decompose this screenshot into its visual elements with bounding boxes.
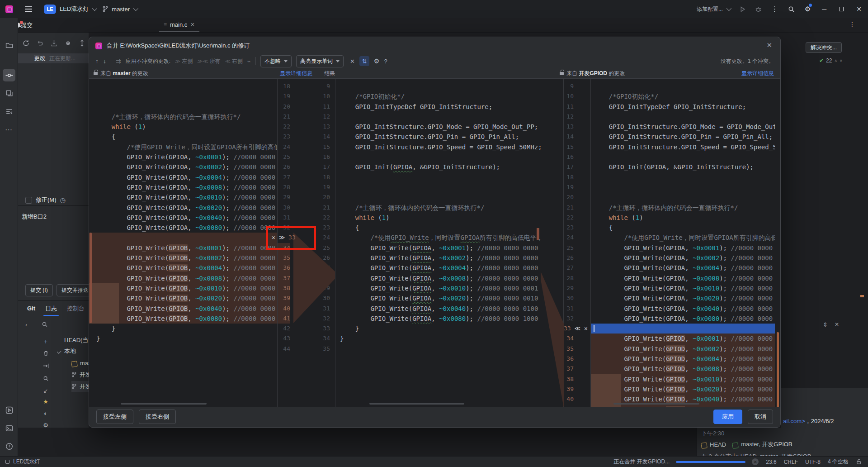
code-line[interactable]: GPIO_Write(GPIOD, ~0x0004); //0000 0000 … xyxy=(591,354,775,364)
cancel-button[interactable]: 取消 xyxy=(748,410,773,424)
services-icon[interactable] xyxy=(3,404,15,416)
window-minimize-button[interactable]: ─ xyxy=(822,5,826,13)
code-line[interactable]: /*主循环，循环体内的代码会一直循环执行*/ xyxy=(335,203,541,213)
code-line[interactable]: GPIO_Write(GPIOA, ~0x0008); //0000 0000 … xyxy=(591,273,775,283)
code-line[interactable] xyxy=(591,182,775,192)
status-project[interactable]: LED流水灯 xyxy=(13,458,40,466)
code-line[interactable] xyxy=(335,81,541,91)
ignore-policy-dropdown[interactable]: 不忽略 xyxy=(260,55,292,67)
accept-right-button[interactable]: 接受右侧 xyxy=(139,410,176,424)
ignore-change-icon[interactable]: ✕ xyxy=(584,325,588,332)
commit-button[interactable]: 提交 (I) xyxy=(25,284,53,296)
code-line[interactable]: GPIO_Write(GPIOA, ~0x0010); //0000 0000 … xyxy=(335,283,541,293)
refresh-icon[interactable] xyxy=(23,40,29,47)
chevron-up-icon[interactable]: ∧ xyxy=(834,58,837,63)
run-config-selector[interactable]: 添加配置... xyxy=(697,5,723,13)
code-line[interactable]: GPIO_Write(GPIOB, ~0x0020); //0000 0000 … xyxy=(89,293,277,303)
add-icon[interactable]: ＋ xyxy=(42,338,50,346)
caret-position[interactable]: 23:6 xyxy=(766,459,776,465)
commit-message-input[interactable]: 新增B口2 xyxy=(22,213,47,221)
h-scrollbar[interactable] xyxy=(369,403,464,405)
diff-settings-gear-icon[interactable]: ⚙ xyxy=(374,57,380,65)
more-tools-icon[interactable]: ⋯ xyxy=(3,123,15,136)
code-line[interactable]: GPIO_Write(GPIOA, ~0x0080); //0000 0000 … xyxy=(335,314,541,324)
conflict-marker-right[interactable]: 33 ≪ ✕ xyxy=(564,325,588,332)
lock-icon[interactable] xyxy=(856,459,862,465)
branch-selector[interactable]: master xyxy=(112,6,130,13)
delete-icon[interactable] xyxy=(42,350,50,357)
close-icon[interactable]: ✕ xyxy=(835,321,839,328)
code-line[interactable]: /*GPIO初始化*/ xyxy=(591,91,775,101)
code-line[interactable] xyxy=(89,81,277,91)
h-scrollbar[interactable] xyxy=(613,403,699,405)
code-line[interactable]: GPIO_Write(GPIOA, ~0x0002); //0000 0000 … xyxy=(89,162,277,172)
code-line[interactable]: GPIO_Write(GPIOA, ~0x0004); //0000 0000 … xyxy=(591,263,775,273)
apply-right-button[interactable]: ≪ 右侧 xyxy=(225,57,243,65)
run-icon[interactable] xyxy=(739,6,746,13)
code-line[interactable] xyxy=(89,344,277,354)
resolve-conflicts-button[interactable]: 解决冲突... xyxy=(806,42,842,53)
expand-all-icon[interactable] xyxy=(79,40,85,47)
code-line[interactable] xyxy=(335,152,541,162)
terminal-icon[interactable] xyxy=(3,422,15,434)
code-line[interactable]: GPIO_Write(GPIOA, ~0x0001); //0000 0000 … xyxy=(335,243,541,253)
code-line[interactable] xyxy=(591,112,775,122)
inspections-widget[interactable]: ✔ 22 ∧ ∨ xyxy=(819,57,843,64)
code-line[interactable]: GPIO_Write(GPIOD, ~0x0008); //0000 0000 … xyxy=(591,364,775,374)
tab-log[interactable]: 日志 xyxy=(45,305,57,313)
code-line[interactable]: GPIO_Init(GPIOA, &GPIO_InitStructure); xyxy=(335,162,541,172)
accept-left-button[interactable]: 接受左侧 xyxy=(96,410,133,424)
code-line[interactable] xyxy=(335,172,541,182)
code-line[interactable]: GPIO_InitStructure.GPIO_Speed = GPIO_Spe… xyxy=(591,142,775,152)
code-line[interactable] xyxy=(591,172,775,182)
code-line[interactable]: GPIO_Write(GPIOA, ~0x0040); //0000 0000 … xyxy=(591,304,775,314)
code-line[interactable]: /*使用GPIO_Write，同时设置GPIOA所有引脚的高低电平，实现流水灯效… xyxy=(591,233,775,243)
code-line[interactable]: GPIO_Write(GPIOB, ~0x0002); //0000 0000 … xyxy=(89,253,277,263)
favorites-star-icon[interactable]: ★ xyxy=(42,398,50,405)
find-icon[interactable] xyxy=(42,376,50,383)
code-line[interactable]: GPIO_Write(GPIOB, ~0x0040); //0000 0000 … xyxy=(89,304,277,314)
code-line[interactable]: GPIO_Write(GPIOA, ~0x0004); //0000 0000 … xyxy=(89,172,277,182)
code-line[interactable]: GPIO_Write(GPIOA, ~0x0004); //0000 0000 … xyxy=(335,263,541,273)
line-separator[interactable]: CRLF xyxy=(784,459,798,465)
preview-diff-icon[interactable] xyxy=(65,40,71,47)
code-line[interactable] xyxy=(591,192,775,202)
code-line[interactable]: GPIO_Write(GPIOA, ~0x0020); //0000 0000 … xyxy=(335,293,541,303)
code-line[interactable]: /*使用GPIO_Write，同时设置GPIOA所有引脚的高低电平，实现流水灯效… xyxy=(89,142,277,152)
show-details-link-right[interactable]: 显示详细信息 xyxy=(741,70,774,77)
magic-resolve-icon[interactable]: ⌁ xyxy=(247,58,251,65)
code-line[interactable] xyxy=(335,192,541,202)
code-line[interactable]: /*主循环，循环体内的代码会一直循环执行*/ xyxy=(89,112,277,122)
tab-options-icon[interactable]: ⋮ xyxy=(849,21,855,28)
amend-checkbox[interactable] xyxy=(25,197,32,204)
code-line[interactable]: GPIO_Write(GPIOB, ~0x0010); //0000 0000 … xyxy=(89,283,277,293)
code-line[interactable]: GPIO_Write(GPIOA, ~0x0002); //0000 0000 … xyxy=(335,253,541,263)
search-icon[interactable] xyxy=(42,321,48,328)
right-pane[interactable]: /*GPIO初始化*/ GPIO_InitTypeDef GPIO_InitSt… xyxy=(591,79,775,407)
code-line[interactable] xyxy=(335,112,541,122)
window-maximize-button[interactable] xyxy=(839,7,844,11)
code-line[interactable]: GPIO_InitStructure.GPIO_Mode = GPIO_Mode… xyxy=(335,122,541,132)
main-menu-icon[interactable] xyxy=(25,6,32,12)
next-change-icon[interactable]: ↓ xyxy=(103,57,106,65)
code-line[interactable] xyxy=(591,152,775,162)
code-line[interactable]: GPIO_InitStructure.GPIO_Mode = GPIO_Mode… xyxy=(591,122,775,132)
code-line[interactable] xyxy=(591,324,775,334)
apply-left-button[interactable]: ≫ 左侧 xyxy=(175,57,193,65)
highlight-policy-dropdown[interactable]: 高亮显示单词 xyxy=(296,55,344,67)
code-line[interactable] xyxy=(335,344,541,354)
apply-non-conflicting-icon[interactable]: ⇉ xyxy=(116,57,121,65)
code-line[interactable]: GPIO_Write(GPIOA, ~0x0080); //0000 0000 … xyxy=(591,314,775,324)
checkout-icon[interactable] xyxy=(42,363,50,370)
tree-local-node[interactable]: 本地 xyxy=(57,346,89,357)
code-line[interactable]: GPIO_Write(GPIOD, ~0x0002); //0000 0000 … xyxy=(591,344,775,354)
code-line[interactable]: /*GPIO初始化*/ xyxy=(335,91,541,101)
code-line[interactable]: GPIO_Write(GPIOA, ~0x0020); //0000 0000 … xyxy=(89,203,277,213)
code-line[interactable]: GPIO_Write(GPIOB, ~0x0004); //0000 0000 … xyxy=(89,263,277,273)
search-icon[interactable] xyxy=(788,6,795,13)
code-line[interactable]: GPIO_InitTypeDef GPIO_InitStructure; xyxy=(335,102,541,112)
code-line[interactable]: GPIO_Write(GPIOA, ~0x0020); //0000 0000 … xyxy=(591,293,775,303)
structure-list-icon[interactable] xyxy=(3,105,15,118)
dialog-close-icon[interactable]: ✕ xyxy=(766,41,772,49)
code-line[interactable]: GPIO_Init(GPIOA, &GPIO_InitStructure); xyxy=(591,162,775,172)
